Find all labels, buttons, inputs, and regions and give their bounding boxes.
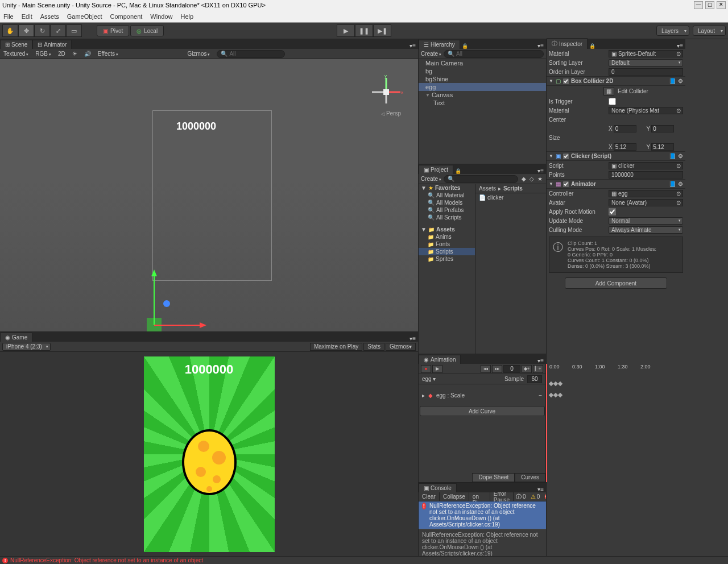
menu-gameobject[interactable]: GameObject <box>67 13 102 20</box>
scene-viewport[interactable]: 1000000 y x ◁ Persp <box>0 59 418 331</box>
favorites-folder[interactable]: ▼★Favorites <box>419 184 475 192</box>
minimize-button[interactable]: — <box>694 1 703 9</box>
favorite-item[interactable]: 🔍All Material <box>419 192 475 199</box>
tab-scene[interactable]: ⊞Scene <box>0 40 32 49</box>
maximize-button[interactable]: ▢ <box>705 1 714 9</box>
favorite-item[interactable]: 🔍All Models <box>419 199 475 206</box>
component-header-animator[interactable]: ▼ ▦ Animator 📘 ⚙ <box>547 179 685 189</box>
tab-inspector[interactable]: ⓘInspector <box>547 38 588 49</box>
order-field[interactable]: 0 <box>609 68 683 76</box>
material-field[interactable]: ▣Sprites-Default <box>609 50 683 57</box>
culling-mode-dropdown[interactable]: Always Animate <box>609 226 683 234</box>
prev-key-button[interactable]: ◂◂ <box>481 365 491 373</box>
gear-icon[interactable]: ⚙ <box>678 181 683 187</box>
foldout-icon[interactable]: ▼ <box>549 154 553 159</box>
root-motion-checkbox[interactable] <box>609 208 616 215</box>
aspect-dropdown[interactable]: iPhone 4 (2:3) <box>2 343 51 351</box>
breadcrumb-item[interactable]: Scripts <box>503 185 523 192</box>
menu-help[interactable]: Help <box>180 13 193 20</box>
menu-component[interactable]: Component <box>110 13 142 20</box>
render-mode-dropdown[interactable]: RGB <box>35 51 51 57</box>
rect-tool[interactable]: ▭ <box>66 24 82 37</box>
dope-sheet-tab[interactable]: Dope Sheet <box>472 473 515 482</box>
help-icon[interactable]: 📘 <box>669 181 676 187</box>
tab-project[interactable]: ▣Project <box>419 165 453 174</box>
center-x-field[interactable] <box>614 125 636 132</box>
scale-tool[interactable]: ⤢ <box>50 24 66 37</box>
animation-track[interactable]: ▸ ◆ egg : Scale− <box>419 390 545 400</box>
tab-animation[interactable]: ◉Animation <box>419 355 461 364</box>
points-field[interactable]: 1000000 <box>609 171 683 179</box>
add-key-button[interactable]: ◆+ <box>522 365 532 373</box>
camera-mode-label[interactable]: ◁ Persp <box>381 110 401 117</box>
help-icon[interactable]: 📘 <box>669 153 676 159</box>
pivot-button[interactable]: ▣Pivot <box>97 25 129 36</box>
layout-dropdown[interactable]: Layout <box>693 26 726 36</box>
layers-dropdown[interactable]: Layers <box>656 26 689 36</box>
maximize-toggle[interactable]: Maximize on Play <box>310 343 362 351</box>
console-entry[interactable]: ! NullReferenceException: Object referen… <box>419 501 546 529</box>
script-field[interactable]: ▣clicker <box>609 162 683 169</box>
panel-menu-icon[interactable]: ▾≡ <box>535 486 546 492</box>
help-icon[interactable]: 📘 <box>669 78 676 84</box>
tab-game[interactable]: ◉Game <box>0 333 32 342</box>
menu-file[interactable]: File <box>3 13 14 20</box>
foldout-icon[interactable]: ▼ <box>425 93 430 98</box>
folder-item[interactable]: 📁Fonts <box>419 240 475 248</box>
favorite-item[interactable]: 🔍All Prefabs <box>419 206 475 214</box>
clip-dropdown[interactable]: egg ▾ <box>422 376 436 382</box>
lock-icon[interactable]: 🔒 <box>460 43 470 49</box>
sample-field[interactable] <box>527 375 542 383</box>
hierarchy-item[interactable]: bgShine <box>419 75 546 83</box>
add-curve-button[interactable]: Add Curve <box>420 406 545 416</box>
hierarchy-search[interactable]: 🔍All <box>444 50 544 58</box>
rotate-tool[interactable]: ↻ <box>34 24 50 37</box>
gizmos-dropdown[interactable]: Gizmos <box>188 51 210 57</box>
edit-collider-icon[interactable]: ▦ <box>603 87 614 96</box>
avatar-field[interactable]: None (Avatar) <box>609 199 683 206</box>
panel-menu-icon[interactable]: ▾≡ <box>407 335 418 342</box>
project-create[interactable]: Create <box>421 176 441 182</box>
component-enable-checkbox[interactable] <box>563 154 569 159</box>
hierarchy-item[interactable]: Text <box>419 99 546 107</box>
shading-dropdown[interactable]: Textured <box>3 51 28 57</box>
component-enable-checkbox[interactable] <box>563 78 569 84</box>
2d-toggle[interactable]: 2D <box>58 51 65 57</box>
local-button[interactable]: ◎Local <box>130 25 164 36</box>
curves-tab[interactable]: Curves <box>515 473 545 482</box>
gear-icon[interactable]: ⚙ <box>678 153 683 159</box>
update-mode-dropdown[interactable]: Normal <box>609 217 683 225</box>
warn-count[interactable]: ⚠0 <box>528 493 543 501</box>
foldout-icon[interactable]: ▼ <box>549 181 553 186</box>
game-gizmos-toggle[interactable]: Gizmos ▾ <box>386 343 416 351</box>
search-asset-icon[interactable]: ◆ <box>520 176 527 182</box>
hierarchy-item[interactable]: egg <box>419 83 546 91</box>
size-x-field[interactable] <box>614 143 636 151</box>
stats-toggle[interactable]: Stats <box>363 343 384 351</box>
orientation-gizmo[interactable]: y x <box>369 75 403 109</box>
collider-material-field[interactable]: None (Physics Mat <box>609 107 683 114</box>
transform-gizmo[interactable] <box>147 269 209 331</box>
hierarchy-item[interactable]: ▼Canvas <box>419 91 546 99</box>
panel-menu-icon[interactable]: ▾≡ <box>535 168 546 174</box>
menu-edit[interactable]: Edit <box>22 13 32 20</box>
step-button[interactable]: ▶❚ <box>373 24 391 37</box>
sorting-layer-dropdown[interactable]: Default <box>609 59 683 67</box>
component-header-boxcollider[interactable]: ▼ ▢ Box Collider 2D 📘 ⚙ <box>547 76 685 86</box>
add-event-button[interactable]: ▏+ <box>533 365 543 373</box>
hierarchy-item[interactable]: Main Camera <box>419 59 546 67</box>
panel-menu-icon[interactable]: ▾≡ <box>407 43 418 49</box>
hierarchy-item[interactable]: bg <box>419 67 546 75</box>
panel-menu-icon[interactable]: ▾≡ <box>535 43 546 49</box>
game-viewport[interactable]: 1000000 <box>0 352 418 556</box>
close-button[interactable]: ✕ <box>717 1 726 9</box>
favorite-item[interactable]: 🔍All Scripts <box>419 214 475 221</box>
tab-animator[interactable]: ⊟Animator <box>32 40 72 49</box>
panel-menu-icon[interactable]: ▾≡ <box>675 43 685 49</box>
record-button[interactable]: ● <box>421 365 431 373</box>
center-y-field[interactable] <box>651 125 674 132</box>
collapse-button[interactable]: Collapse <box>440 492 469 501</box>
size-y-field[interactable] <box>651 143 674 151</box>
statusbar[interactable]: !NullReferenceException: Object referenc… <box>0 556 728 564</box>
light-toggle[interactable]: ☀ <box>72 51 77 57</box>
